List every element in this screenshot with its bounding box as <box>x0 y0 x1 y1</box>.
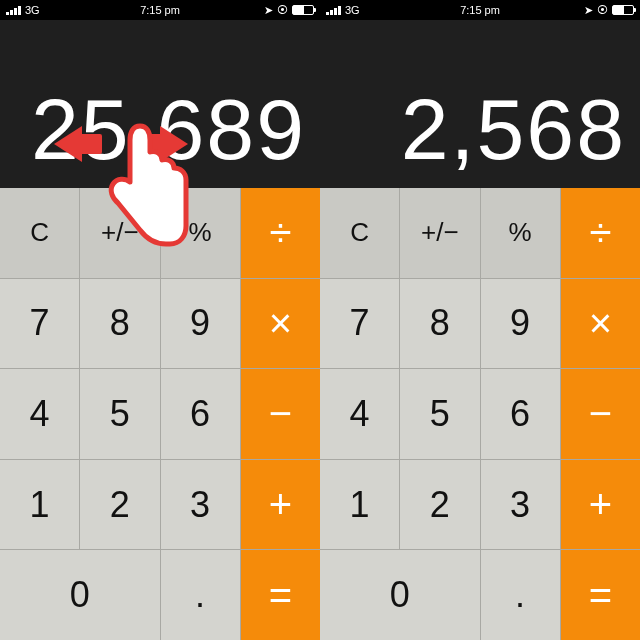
digit-9-button[interactable]: 9 <box>481 279 560 369</box>
signal-icon <box>6 5 21 15</box>
multiply-button[interactable]: × <box>241 279 320 369</box>
carrier-label: 3G <box>25 4 40 16</box>
keypad: C +/− % ÷ 7 8 9 × 4 5 6 − 1 2 3 + 0 . = <box>0 188 320 640</box>
status-bar: 3G 7:15 pm ➤ ⦿ <box>320 0 640 20</box>
digit-2-button[interactable]: 2 <box>400 460 479 550</box>
divide-button[interactable]: ÷ <box>561 188 640 278</box>
clear-button[interactable]: C <box>320 188 399 278</box>
digit-3-button[interactable]: 3 <box>481 460 560 550</box>
equals-button[interactable]: = <box>241 550 320 640</box>
digit-4-button[interactable]: 4 <box>0 369 79 459</box>
status-bar: 3G 7:15 pm ➤ ⦿ <box>0 0 320 20</box>
digit-6-button[interactable]: 6 <box>161 369 240 459</box>
carrier-label: 3G <box>345 4 360 16</box>
plus-minus-button[interactable]: +/− <box>80 188 159 278</box>
keypad: C +/− % ÷ 7 8 9 × 4 5 6 − 1 2 3 + 0 . = <box>320 188 640 640</box>
display-value: 2,568 <box>401 86 626 172</box>
digit-1-button[interactable]: 1 <box>320 460 399 550</box>
decimal-button[interactable]: . <box>161 550 240 640</box>
clock-label: 7:15 pm <box>460 4 500 16</box>
digit-8-button[interactable]: 8 <box>400 279 479 369</box>
decimal-button[interactable]: . <box>481 550 560 640</box>
calculator-display[interactable]: 2,568 <box>320 20 640 188</box>
battery-icon <box>292 5 314 15</box>
clear-button[interactable]: C <box>0 188 79 278</box>
location-icon: ➤ <box>584 4 593 17</box>
status-right: ➤ ⦿ <box>264 4 314 17</box>
plus-button[interactable]: + <box>561 460 640 550</box>
calculator-screen-after: 3G 7:15 pm ➤ ⦿ 2,568 C +/− % ÷ 7 8 9 × 4… <box>320 0 640 640</box>
digit-6-button[interactable]: 6 <box>481 369 560 459</box>
digit-7-button[interactable]: 7 <box>0 279 79 369</box>
digit-7-button[interactable]: 7 <box>320 279 399 369</box>
digit-0-button[interactable]: 0 <box>320 550 480 640</box>
status-right: ➤ ⦿ <box>584 4 634 17</box>
percent-button[interactable]: % <box>481 188 560 278</box>
signal-icon <box>326 5 341 15</box>
alarm-icon: ⦿ <box>277 4 288 16</box>
minus-button[interactable]: − <box>241 369 320 459</box>
divide-button[interactable]: ÷ <box>241 188 320 278</box>
digit-0-button[interactable]: 0 <box>0 550 160 640</box>
percent-button[interactable]: % <box>161 188 240 278</box>
digit-3-button[interactable]: 3 <box>161 460 240 550</box>
battery-icon <box>612 5 634 15</box>
clock-label: 7:15 pm <box>140 4 180 16</box>
location-icon: ➤ <box>264 4 273 17</box>
status-left: 3G <box>326 4 360 16</box>
digit-4-button[interactable]: 4 <box>320 369 399 459</box>
digit-8-button[interactable]: 8 <box>80 279 159 369</box>
multiply-button[interactable]: × <box>561 279 640 369</box>
calculator-display[interactable]: 25,689 <box>0 20 320 188</box>
display-value: 25,689 <box>31 86 306 172</box>
minus-button[interactable]: − <box>561 369 640 459</box>
plus-button[interactable]: + <box>241 460 320 550</box>
plus-minus-button[interactable]: +/− <box>400 188 479 278</box>
status-left: 3G <box>6 4 40 16</box>
digit-5-button[interactable]: 5 <box>80 369 159 459</box>
calculator-screen-before: 3G 7:15 pm ➤ ⦿ 25,689 C +/− % ÷ 7 8 9 × … <box>0 0 320 640</box>
equals-button[interactable]: = <box>561 550 640 640</box>
digit-1-button[interactable]: 1 <box>0 460 79 550</box>
alarm-icon: ⦿ <box>597 4 608 16</box>
digit-9-button[interactable]: 9 <box>161 279 240 369</box>
digit-5-button[interactable]: 5 <box>400 369 479 459</box>
digit-2-button[interactable]: 2 <box>80 460 159 550</box>
